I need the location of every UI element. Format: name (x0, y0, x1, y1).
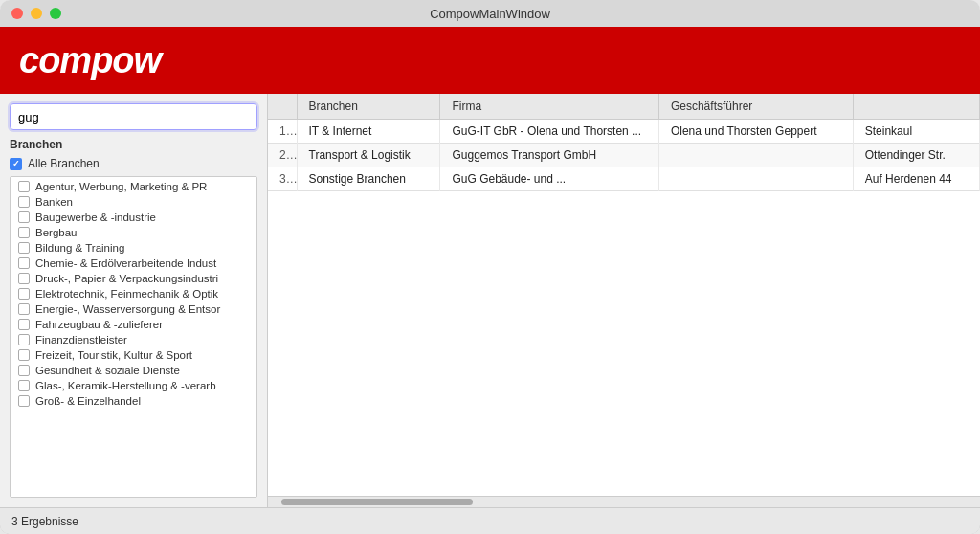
branchen-item-checkbox[interactable] (18, 257, 30, 269)
row-extra: Auf Herdenen 44 (853, 167, 979, 191)
status-text: 3 Ergebnisse (11, 515, 78, 528)
branchen-item-label: Finanzdienstleister (35, 334, 127, 345)
row-branchen: Sonstige Branchen (297, 167, 440, 191)
col-firma: Firma (440, 94, 658, 120)
row-geschaeftsfuehrer (658, 144, 853, 167)
row-branchen: Transport & Logistik (297, 144, 440, 167)
row-num: 3 (268, 167, 297, 191)
branchen-label: Branchen (10, 138, 257, 151)
branchen-item-checkbox[interactable] (18, 211, 30, 223)
branchen-item-label: Chemie- & Erdölverarbeitende Indust (35, 257, 216, 269)
header: compow (0, 27, 980, 94)
table-scroll[interactable]: Branchen Firma Geschäftsführer 1 IT & In… (268, 94, 980, 496)
branchen-item-checkbox[interactable] (18, 242, 30, 254)
row-branchen: IT & Internet (297, 120, 440, 144)
branchen-list-item[interactable]: Bergbau (11, 225, 256, 240)
col-geschaeftsfuehrer: Geschäftsführer (658, 94, 853, 120)
main-content: Branchen Alle Branchen Agentur, Werbung,… (0, 94, 980, 507)
table-row[interactable]: 3 Sonstige Branchen GuG Gebäude- und ...… (268, 167, 980, 191)
branchen-item-checkbox[interactable] (18, 380, 30, 391)
branchen-list-item[interactable]: Banken (11, 194, 256, 210)
branchen-item-label: Groß- & Einzelhandel (35, 395, 141, 407)
branchen-list-item[interactable]: Agentur, Werbung, Marketing & PR (11, 179, 256, 194)
status-bar: 3 Ergebnisse (0, 507, 980, 534)
window-title: CompowMainWindow (430, 7, 550, 21)
branchen-item-checkbox[interactable] (18, 319, 30, 330)
maximize-button[interactable] (50, 8, 61, 19)
row-geschaeftsfuehrer: Olena und Thorsten Geppert (658, 120, 853, 144)
col-extra (853, 94, 979, 120)
branchen-list-item[interactable]: Energie-, Wasserversorgung & Entsor (11, 301, 256, 317)
search-input[interactable] (10, 103, 257, 130)
branchen-list-item[interactable]: Elektrotechnik, Feinmechanik & Optik (11, 286, 256, 301)
branchen-list-item[interactable]: Bildung & Training (11, 240, 256, 256)
horizontal-scrollbar[interactable] (268, 496, 980, 507)
branchen-item-label: Baugewerbe & -industrie (35, 211, 156, 223)
branchen-item-label: Bergbau (35, 227, 77, 238)
branchen-item-checkbox[interactable] (18, 196, 30, 208)
logo: compow (19, 40, 161, 81)
branchen-item-label: Gesundheit & soziale Dienste (35, 365, 180, 376)
branchen-list-item[interactable]: Baugewerbe & -industrie (11, 210, 256, 225)
all-branchen-row[interactable]: Alle Branchen (10, 157, 257, 170)
row-firma: Guggemos Transport GmbH (440, 144, 658, 167)
all-branchen-checkbox[interactable] (10, 158, 22, 170)
branchen-item-checkbox[interactable] (18, 349, 30, 361)
row-extra: Steinkaul (853, 120, 979, 144)
col-branchen: Branchen (297, 94, 440, 120)
close-button[interactable] (11, 8, 23, 19)
branchen-list-item[interactable]: Gesundheit & soziale Dienste (11, 363, 256, 378)
branchen-item-label: Energie-, Wasserversorgung & Entsor (35, 303, 220, 315)
main-window: CompowMainWindow compow Branchen Alle Br… (0, 0, 980, 534)
branchen-item-checkbox[interactable] (18, 365, 30, 376)
branchen-item-label: Glas-, Keramik-Herstellung & -verarb (35, 380, 216, 391)
branchen-item-checkbox[interactable] (18, 334, 30, 345)
hscroll-thumb (281, 499, 473, 505)
branchen-list-item[interactable]: Chemie- & Erdölverarbeitende Indust (11, 256, 256, 271)
branchen-list-item[interactable]: Druck-, Papier & Verpackungsindustri (11, 271, 256, 286)
left-panel: Branchen Alle Branchen Agentur, Werbung,… (0, 94, 268, 507)
branchen-list-item[interactable]: Fahrzeugbau & -zulieferer (11, 317, 256, 332)
branchen-list-item[interactable]: Groß- & Einzelhandel (11, 393, 256, 409)
branchen-item-label: Druck-, Papier & Verpackungsindustri (35, 273, 218, 284)
all-branchen-text: Alle Branchen (28, 157, 100, 170)
branchen-item-checkbox[interactable] (18, 395, 30, 407)
row-num: 2 (268, 144, 297, 167)
branchen-list-item[interactable]: Glas-, Keramik-Herstellung & -verarb (11, 378, 256, 393)
branchen-item-checkbox[interactable] (18, 303, 30, 315)
branchen-list-item[interactable]: Freizeit, Touristik, Kultur & Sport (11, 347, 256, 363)
branchen-item-label: Elektrotechnik, Feinmechanik & Optik (35, 288, 218, 300)
branchen-item-checkbox[interactable] (18, 273, 30, 284)
branchen-item-checkbox[interactable] (18, 288, 30, 300)
branchen-item-label: Fahrzeugbau & -zulieferer (35, 319, 163, 330)
row-extra: Ottendinger Str. (853, 144, 979, 167)
col-num (268, 94, 297, 120)
results-table: Branchen Firma Geschäftsführer 1 IT & In… (268, 94, 980, 191)
table-row[interactable]: 1 IT & Internet GuG-IT GbR - Olena und T… (268, 120, 980, 144)
branchen-item-label: Agentur, Werbung, Marketing & PR (35, 181, 207, 192)
titlebar: CompowMainWindow (0, 0, 980, 27)
right-panel: Branchen Firma Geschäftsführer 1 IT & In… (268, 94, 980, 507)
branchen-item-label: Banken (35, 196, 73, 208)
row-firma: GuG Gebäude- und ... (440, 167, 658, 191)
branchen-item-label: Freizeit, Touristik, Kultur & Sport (35, 349, 192, 361)
branchen-item-checkbox[interactable] (18, 181, 30, 192)
table-row[interactable]: 2 Transport & Logistik Guggemos Transpor… (268, 144, 980, 167)
branchen-list-item[interactable]: Finanzdienstleister (11, 332, 256, 347)
branchen-list[interactable]: Agentur, Werbung, Marketing & PRBankenBa… (10, 176, 257, 498)
branchen-item-label: Bildung & Training (35, 242, 124, 254)
row-geschaeftsfuehrer (658, 167, 853, 191)
minimize-button[interactable] (31, 8, 42, 19)
row-firma: GuG-IT GbR - Olena und Thorsten ... (440, 120, 658, 144)
branchen-item-checkbox[interactable] (18, 227, 30, 238)
window-buttons (11, 8, 61, 19)
row-num: 1 (268, 120, 297, 144)
